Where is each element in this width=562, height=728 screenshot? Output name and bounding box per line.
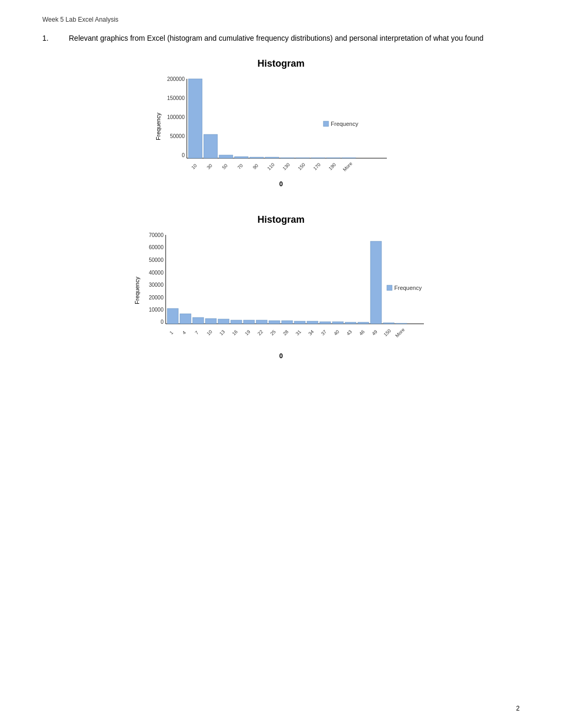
svg-text:10: 10	[191, 163, 198, 170]
svg-rect-10	[234, 157, 248, 158]
svg-rect-14	[296, 158, 310, 158]
svg-rect-7	[188, 79, 202, 158]
question-text: 1. Relevant graphics from Excel (histogr…	[42, 34, 520, 42]
svg-rect-29	[323, 121, 329, 126]
svg-text:28: 28	[282, 329, 289, 336]
svg-rect-48	[256, 320, 267, 324]
svg-rect-41	[167, 308, 178, 324]
svg-text:40000: 40000	[149, 270, 164, 276]
svg-text:13: 13	[219, 329, 226, 336]
svg-rect-50	[282, 321, 293, 324]
svg-text:130: 130	[282, 162, 291, 171]
svg-text:Frequency: Frequency	[331, 121, 358, 127]
svg-text:70000: 70000	[149, 232, 164, 238]
svg-text:22: 22	[257, 329, 264, 336]
svg-rect-47	[243, 320, 255, 324]
svg-text:50000: 50000	[149, 257, 164, 263]
svg-rect-44	[205, 319, 216, 324]
svg-rect-16	[327, 158, 340, 158]
chart2-svg: 70000 60000 50000 40000 30000 20000 1000…	[143, 230, 429, 351]
svg-text:150: 150	[383, 328, 392, 338]
svg-rect-59	[396, 323, 407, 324]
page-number: 2	[516, 705, 520, 712]
svg-text:20000: 20000	[149, 295, 164, 301]
svg-text:90: 90	[252, 163, 259, 170]
page: Week 5 Lab Excel Analysis 1. Relevant gr…	[0, 0, 562, 728]
svg-rect-43	[193, 317, 204, 324]
svg-text:50000: 50000	[170, 133, 185, 139]
svg-rect-13	[280, 158, 294, 158]
svg-text:More: More	[342, 161, 353, 172]
chart1-area: Frequency 200000 150000 100000 50000 0	[154, 74, 408, 179]
svg-text:10: 10	[206, 329, 213, 336]
svg-text:70: 70	[237, 163, 244, 170]
chart2-y-axis-label: Frequency	[133, 230, 141, 351]
svg-rect-8	[204, 134, 217, 158]
svg-rect-79	[387, 285, 392, 290]
svg-text:110: 110	[266, 162, 276, 171]
chart2-container: Histogram Frequency 70000 60000 50000 40…	[133, 214, 429, 360]
chart1-inner: 200000 150000 100000 50000 0	[165, 74, 408, 179]
chart1-title: Histogram	[154, 58, 408, 69]
svg-text:4: 4	[182, 330, 187, 336]
svg-rect-54	[332, 322, 343, 324]
svg-text:190: 190	[328, 162, 337, 171]
svg-text:0: 0	[182, 152, 185, 158]
svg-text:10000: 10000	[149, 307, 164, 313]
svg-text:16: 16	[231, 329, 239, 336]
svg-text:150000: 150000	[167, 95, 185, 101]
svg-text:Frequency: Frequency	[394, 285, 422, 291]
svg-text:30000: 30000	[149, 282, 164, 288]
chart1-container: Histogram Frequency 200000 150000 100000…	[154, 58, 408, 188]
svg-text:31: 31	[295, 329, 302, 336]
svg-rect-46	[231, 320, 242, 324]
svg-rect-45	[218, 319, 229, 324]
chart1-svg: 200000 150000 100000 50000 0	[165, 74, 392, 179]
svg-text:40: 40	[333, 329, 340, 336]
chart2-title: Histogram	[133, 214, 429, 225]
chart2-x-label: 0	[133, 352, 429, 360]
svg-rect-55	[345, 322, 356, 324]
svg-rect-56	[358, 322, 369, 324]
svg-text:50: 50	[221, 163, 229, 170]
chart1-y-axis-label: Frequency	[154, 74, 162, 179]
svg-rect-58	[383, 323, 394, 324]
svg-text:170: 170	[312, 162, 322, 171]
svg-rect-51	[294, 321, 305, 324]
svg-rect-12	[265, 157, 279, 158]
svg-rect-42	[180, 314, 191, 324]
svg-rect-52	[307, 321, 318, 324]
svg-text:30: 30	[206, 163, 213, 170]
chart2-area: Frequency 70000 60000 50000 40000 30000 …	[133, 230, 429, 351]
svg-text:19: 19	[244, 329, 251, 336]
svg-rect-17	[342, 158, 356, 158]
header-label: Week 5 Lab Excel Analysis	[42, 16, 520, 23]
svg-text:49: 49	[371, 329, 378, 336]
svg-rect-15	[311, 158, 325, 158]
svg-text:46: 46	[358, 329, 366, 336]
chart2-inner: 70000 60000 50000 40000 30000 20000 1000…	[143, 230, 429, 351]
svg-text:150: 150	[297, 162, 306, 171]
svg-rect-11	[250, 157, 264, 158]
question-block: 1. Relevant graphics from Excel (histogr…	[42, 34, 520, 42]
svg-rect-57	[370, 241, 382, 324]
svg-text:200000: 200000	[167, 76, 185, 82]
svg-text:34: 34	[307, 329, 315, 336]
svg-text:0: 0	[160, 319, 164, 325]
svg-rect-49	[269, 321, 280, 324]
svg-text:37: 37	[320, 329, 328, 336]
svg-text:25: 25	[269, 329, 277, 336]
chart1-x-label: 0	[154, 180, 408, 188]
svg-rect-9	[219, 155, 233, 158]
svg-text:1: 1	[169, 330, 175, 336]
svg-rect-53	[320, 322, 331, 324]
svg-text:60000: 60000	[149, 244, 164, 250]
svg-text:43: 43	[346, 329, 353, 336]
svg-text:100000: 100000	[167, 114, 185, 120]
svg-text:More: More	[394, 327, 406, 339]
svg-text:7: 7	[194, 330, 200, 336]
question-body: Relevant graphics from Excel (histogram …	[69, 34, 484, 42]
question-number: 1.	[42, 34, 53, 42]
